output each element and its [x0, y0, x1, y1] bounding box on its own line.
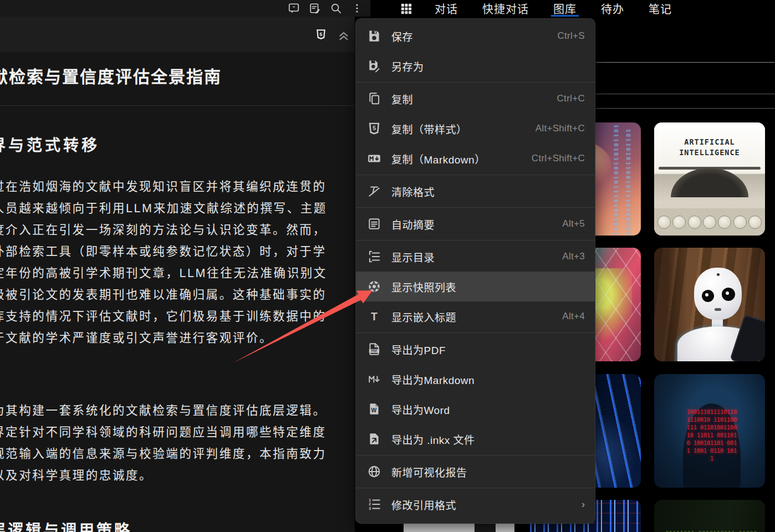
menu-item-label: 导出为Markdown: [391, 372, 475, 387]
menu-separator: [356, 207, 595, 208]
document-line: 于文献的学术严谨度或引文声誉进行客观评价。: [0, 328, 355, 349]
html5-badge-icon[interactable]: 5: [315, 28, 327, 42]
save-icon: [366, 28, 383, 44]
svg-text:“: “: [293, 5, 295, 11]
collapse-up-icon[interactable]: [336, 28, 351, 42]
robot-eye: [722, 288, 735, 301]
panel-divider: [596, 108, 775, 109]
tab-gallery[interactable]: 图库: [552, 0, 578, 17]
menu-item-copy-markdown[interactable]: 复制（Markdown）Ctrl+Shift+C: [356, 144, 595, 173]
menu-separator: [356, 82, 595, 83]
menu-item-label: 另存为: [391, 59, 424, 74]
binary-overlay: 1011010110010111010010110: [613, 125, 619, 236]
menu-item-show-toc[interactable]: 显示目录Alt+3: [356, 242, 595, 272]
robot-pupil: [726, 291, 729, 295]
submenu-chevron-icon: ›: [582, 499, 585, 510]
context-menu: 保存Ctrl+S另存为复制Ctrl+C5复制（带样式）Alt+Shift+C复制…: [355, 18, 595, 524]
menu-item-copy[interactable]: 复制Ctrl+C: [356, 84, 595, 114]
menu-item-shortcut: Alt+3: [562, 251, 585, 262]
svg-text:1: 1: [369, 498, 371, 502]
document-line: 度介入正在引发一场深刻的方法论与认识论变革。然而，: [0, 219, 355, 241]
title-t-icon: T: [366, 308, 383, 325]
tab-quick-dialog[interactable]: 快捷对话: [481, 0, 530, 17]
toc-list-icon: [366, 248, 383, 265]
kebab-menu-icon[interactable]: [350, 2, 364, 15]
menu-item-shortcut: Alt+5: [562, 218, 585, 229]
menu-item-label: 导出为 .inkx 文件: [391, 432, 475, 447]
binary-overlay: 01111011 0010110111 1100011 1011101: [665, 529, 759, 532]
markdown-badge-icon: [366, 150, 383, 167]
pdf-file-icon: PDF: [366, 341, 383, 357]
top-bar: “ 对话快捷对话图库待办笔记: [0, 0, 775, 17]
menu-item-label: 复制（带样式）: [391, 121, 467, 136]
menu-item-export-markdown[interactable]: 导出为Markdown: [356, 364, 595, 394]
document-line: 以及对科学真理的忠诚度。: [0, 465, 355, 487]
search-icon[interactable]: [329, 2, 343, 15]
clear-format-icon: [366, 183, 383, 200]
gallery-image-typewriter[interactable]: ARTIFICIAL INTELLIGENCE: [654, 122, 765, 236]
menu-item-shortcut: Ctrl+Shift+C: [532, 153, 585, 164]
menu-separator: [356, 332, 595, 333]
document-toolbar: 5: [0, 17, 355, 52]
document-line: 级被引论文的发表期刊也难以准确归属。这种基础事实的: [0, 284, 355, 306]
menu-item-label: 复制: [391, 91, 413, 106]
menu-item-label: 保存: [391, 29, 413, 44]
svg-text:PDF: PDF: [371, 349, 378, 352]
menu-item-show-snapshot-list[interactable]: 显示快照列表: [356, 272, 595, 301]
menu-item-show-embed-title[interactable]: T显示嵌入标题Alt+4: [356, 301, 595, 331]
menu-item-save[interactable]: 保存Ctrl+S: [356, 21, 595, 51]
menu-item-clear-format[interactable]: 清除格式: [356, 176, 595, 206]
menu-item-label: 新增可视化报告: [391, 464, 467, 479]
menu-separator: [356, 175, 595, 175]
section-heading: 界与范式转移: [0, 133, 100, 155]
document-line: 过在浩如烟海的文献中发现知识盲区并将其编织成连贯的: [0, 176, 355, 198]
menu-item-export-word[interactable]: W导出为Word: [356, 394, 595, 424]
tab-todo[interactable]: 待办: [600, 0, 625, 17]
numbered-list-icon: 123: [366, 496, 383, 513]
menu-item-save-as[interactable]: 另存为: [356, 51, 595, 81]
typewriter-text-line1: ARTIFICIAL: [684, 137, 735, 146]
svg-text:2: 2: [369, 502, 371, 506]
paragraph-1: 过在浩如烟海的文献中发现知识盲区并将其编织成连贯的人员越来越倾向于利用LLM来加…: [0, 176, 355, 349]
gallery-image-robot[interactable]: [654, 248, 765, 361]
menu-separator: [356, 240, 595, 241]
menu-item-new-visual-report[interactable]: 新增可视化报告: [356, 457, 595, 487]
gallery-image-hooded-red[interactable]: 1001110111101101110010 1101100111 011010…: [654, 374, 765, 488]
typewriter-key: [657, 216, 671, 229]
document-line: 人员越来越倾向于利用LLM来加速文献综述的撰写、主题: [0, 198, 355, 219]
menu-item-export-pdf[interactable]: PDF导出为PDF: [356, 334, 595, 364]
markdown-arrow-icon: [366, 371, 383, 387]
document-panel: 5 献检索与置信度评估全景指南 界与范式转移 过在浩如烟海的文献中发现知识盲区并…: [0, 17, 355, 532]
compose-note-icon[interactable]: [308, 2, 322, 15]
typewriter-key: [703, 216, 716, 229]
typewriter-key: [748, 216, 762, 229]
comment-quote-icon[interactable]: “: [287, 2, 300, 15]
document-line: 外部检索工具（即零样本或纯参数记忆状态）时，对于学: [0, 241, 355, 263]
document-line: 定年份的高被引学术期刊文章，LLM往往无法准确识别文: [0, 263, 355, 284]
menu-item-label: 修改引用格式: [391, 497, 456, 512]
menu-separator: [356, 488, 595, 488]
gallery-image-green-code[interactable]: 01111011 0010110111 1100011 1011101: [654, 500, 765, 532]
menu-item-label: 导出为PDF: [391, 342, 446, 357]
svg-text:5: 5: [373, 125, 376, 131]
menu-item-label: 显示目录: [391, 249, 435, 264]
top-bar-left-icons: “: [0, 0, 370, 17]
document-line: 规范输入端的信息来源与校验端的评判维度，本指南致力: [0, 443, 355, 465]
typewriter-key: [688, 216, 701, 229]
menu-item-copy-styled[interactable]: 5复制（带样式）Alt+Shift+C: [356, 114, 595, 144]
robot-eye: [702, 290, 714, 302]
menu-item-auto-summary[interactable]: 自动摘要Alt+5: [356, 209, 595, 239]
typewriter-keys: [654, 208, 765, 236]
menu-item-export-inkx[interactable]: 导出为 .inkx 文件: [356, 424, 595, 454]
typewriter-key: [672, 216, 686, 229]
tab-dialog[interactable]: 对话: [434, 0, 459, 17]
menu-item-shortcut: Alt+4: [562, 311, 585, 322]
apps-grid-icon[interactable]: [399, 2, 414, 16]
tab-notes[interactable]: 笔记: [647, 0, 673, 17]
word-file-icon: W: [366, 401, 383, 417]
menu-item-edit-citation-format[interactable]: 123修改引用格式›: [356, 489, 595, 519]
panel-divider: [596, 62, 775, 63]
robot-pupil: [705, 293, 708, 296]
menu-item-shortcut: Ctrl+S: [557, 30, 585, 42]
binary-overlay: 1001110111101101110010 1101100111 011010…: [685, 408, 738, 463]
